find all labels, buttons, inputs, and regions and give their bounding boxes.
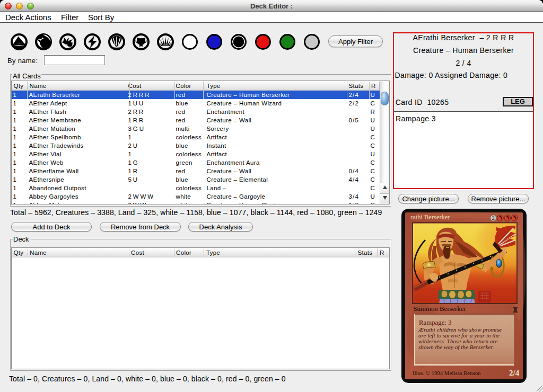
svg-text:shown the way of the Berserker: shown the way of the Berserker. — [418, 344, 494, 350]
svg-text:2/4: 2/4 — [509, 369, 520, 377]
svg-text:rathi Berserker: rathi Berserker — [410, 213, 450, 221]
svg-text:Summon Berserker: Summon Berserker — [414, 305, 467, 313]
svg-text:Rampage: 3: Rampage: 3 — [419, 319, 451, 326]
svg-text:Illus. © 1994 Melissa Benson: Illus. © 1994 Melissa Benson — [413, 370, 481, 376]
svg-text:2: 2 — [492, 215, 495, 221]
